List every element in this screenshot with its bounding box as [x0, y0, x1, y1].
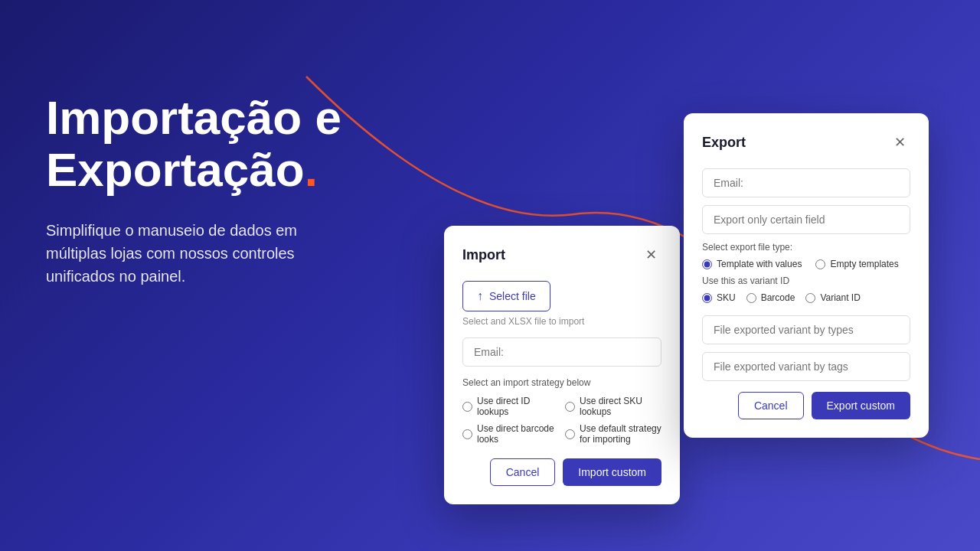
- select-file-button[interactable]: ↑ Select file: [462, 281, 550, 311]
- strategy-default[interactable]: Use default strategy for importing: [565, 423, 662, 445]
- export-by-tags-input[interactable]: [702, 352, 910, 381]
- import-modal-title: Import: [462, 247, 505, 263]
- hero-section: Importação e Exportação. Simplifique o m…: [46, 92, 341, 288]
- variant-id-label: Use this as variant ID: [702, 276, 910, 286]
- import-modal-actions: Cancel Import custom: [462, 458, 662, 486]
- export-cancel-button[interactable]: Cancel: [738, 392, 804, 419]
- export-type-label: Select export file type:: [702, 242, 910, 253]
- import-email-input[interactable]: [462, 337, 662, 367]
- strategy-direct-sku[interactable]: Use direct SKU lookups: [565, 396, 662, 417]
- import-custom-button[interactable]: Import custom: [563, 458, 662, 486]
- variant-sku[interactable]: SKU: [702, 292, 736, 303]
- hero-title: Importação e Exportação.: [46, 92, 341, 196]
- export-file-type-group: Template with values Empty templates: [702, 259, 910, 269]
- variant-id-option[interactable]: Variant ID: [805, 292, 860, 303]
- export-email-input[interactable]: [702, 168, 910, 197]
- export-template-values[interactable]: Template with values: [702, 259, 802, 269]
- import-modal: Import ✕ ↑ Select file Select and XLSX f…: [444, 226, 680, 504]
- export-close-button[interactable]: ✕: [889, 132, 910, 153]
- upload-icon: ↑: [477, 289, 483, 303]
- export-modal-actions: Cancel Export custom: [702, 392, 910, 419]
- hero-subtitle: Simplifique o manuseio de dados em múlti…: [46, 219, 341, 288]
- import-strategy-group: Use direct ID lookups Use direct SKU loo…: [462, 396, 662, 445]
- import-close-button[interactable]: ✕: [640, 244, 662, 266]
- strategy-direct-barcode[interactable]: Use direct barcode looks: [462, 423, 559, 445]
- export-modal: Export ✕ Select export file type: Templa…: [684, 113, 929, 438]
- file-hint: Select and XLSX file to import: [462, 316, 662, 327]
- export-certain-field-input[interactable]: [702, 205, 910, 234]
- export-modal-header: Export ✕: [702, 132, 910, 153]
- export-custom-button[interactable]: Export custom: [812, 392, 910, 419]
- export-by-types-input[interactable]: [702, 315, 910, 344]
- import-cancel-button[interactable]: Cancel: [490, 458, 556, 486]
- export-empty-templates[interactable]: Empty templates: [815, 259, 898, 269]
- export-modal-title: Export: [702, 135, 746, 151]
- import-modal-header: Import ✕: [462, 244, 662, 266]
- variant-id-group: SKU Barcode Variant ID: [702, 292, 910, 303]
- strategy-label: Select an import strategy below: [462, 377, 662, 388]
- variant-barcode[interactable]: Barcode: [746, 292, 795, 303]
- strategy-direct-id[interactable]: Use direct ID lookups: [462, 396, 559, 417]
